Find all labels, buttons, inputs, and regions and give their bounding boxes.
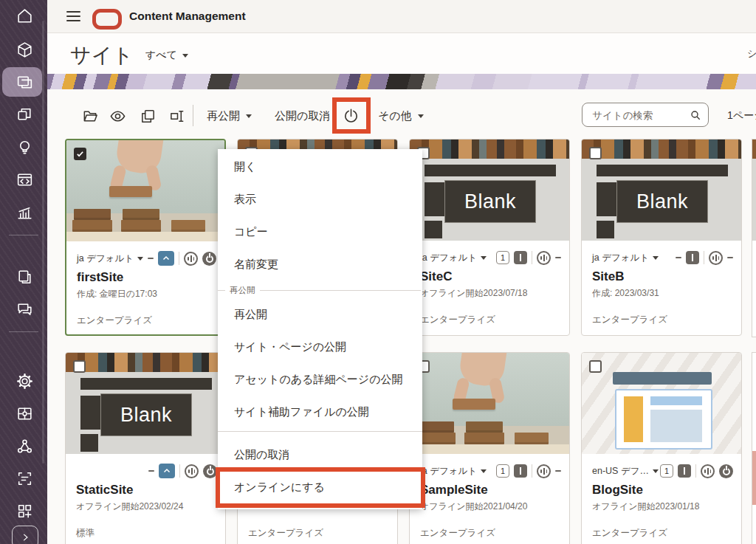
site-card-StaticSite[interactable]: Blank StaticSite オフライン開始2023/02/24 標準	[65, 352, 226, 544]
partial-card[interactable]	[752, 139, 756, 337]
icon-divider	[532, 251, 532, 264]
sites-icon	[16, 73, 34, 92]
language-dropdown[interactable]: ja デフォルト	[592, 252, 659, 264]
preview-button[interactable]	[109, 107, 126, 125]
language-dropdown[interactable]: ja デフォルト	[420, 252, 487, 264]
site-type: エンタープライズ	[77, 314, 152, 327]
card-checkbox[interactable]	[589, 360, 602, 373]
menu-divider	[218, 431, 422, 432]
update-status-icon	[678, 464, 691, 478]
icon-divider	[532, 464, 532, 478]
menu-item-republish[interactable]: 再公開	[218, 298, 422, 331]
sidebar-item-recommendations[interactable]	[15, 137, 34, 156]
updates-count-badge[interactable]: 1	[660, 464, 673, 478]
chat-bubbles-icon	[16, 300, 34, 319]
menu-item-publish-detail-pages[interactable]: アセットのある詳細ページの公開	[218, 363, 422, 396]
menu-item-copy[interactable]: コピー	[218, 216, 422, 248]
search-input[interactable]	[591, 104, 686, 127]
language-dropdown[interactable]: en-US デフ…	[592, 465, 659, 478]
dash-icon	[148, 258, 154, 259]
site-card-firstSite[interactable]: ja デフォルト firstSite 作成: 金曜日の17:03 エンタープライ…	[65, 139, 226, 336]
power-icon	[343, 107, 360, 124]
site-card-BlogSite[interactable]: en-US デフ… 1 BlogSite オフライン開始2023/01/18 エ…	[581, 352, 742, 544]
unpublish-button[interactable]: 公開の取消	[275, 109, 330, 123]
menu-item-rename[interactable]: 名前変更	[218, 248, 422, 280]
sidebar-item-graph[interactable]	[15, 436, 34, 455]
chevron-up-icon	[162, 466, 171, 475]
site-subtitle: オフライン開始2021/04/20	[420, 500, 527, 513]
card-checkbox[interactable]	[589, 147, 602, 159]
search-icon[interactable]	[690, 109, 701, 121]
online-status-icon	[202, 252, 216, 266]
sidebar-item-assets[interactable]	[15, 40, 34, 59]
sidebar-item-hierarchies[interactable]	[15, 105, 34, 124]
collapse-details-button[interactable]	[158, 251, 174, 266]
hamburger-menu-icon[interactable]	[66, 11, 80, 21]
sidebar-divider	[9, 235, 38, 235]
sidebar-scrollbar[interactable]	[42, 21, 44, 464]
chevron-up-icon	[162, 254, 171, 263]
updates-count-badge[interactable]: 1	[496, 464, 509, 478]
menu-item-open[interactable]: 開く	[218, 151, 422, 183]
site-name: SiteC	[420, 269, 452, 284]
card-checkbox[interactable]	[73, 360, 86, 373]
site-thumbnail	[66, 140, 224, 241]
chevron-down-icon	[653, 469, 659, 473]
copy-button[interactable]	[139, 107, 157, 125]
filter-label: すべて	[145, 49, 177, 62]
language-dropdown[interactable]: ja デフォルト	[420, 465, 487, 478]
org-chart-icon	[16, 437, 34, 455]
bring-online-button[interactable]	[342, 106, 360, 124]
online-status-icon	[719, 464, 733, 478]
site-type: エンタープライズ	[248, 527, 323, 540]
sidebar-item-apps[interactable]	[15, 501, 34, 520]
gear-icon	[16, 372, 34, 390]
menu-item-publish-site-files[interactable]: サイト補助ファイルの公開	[218, 396, 422, 428]
sidebar-item-home[interactable]	[15, 6, 34, 25]
filter-dropdown[interactable]: すべて	[145, 49, 188, 62]
sidebar-item-documents[interactable]	[15, 267, 34, 286]
code-window-icon	[16, 171, 34, 189]
capture-icon	[16, 469, 34, 488]
updates-count-badge[interactable]: 1	[496, 251, 509, 264]
rename-button[interactable]	[168, 107, 186, 125]
card-checkbox-checked[interactable]	[74, 148, 86, 160]
more-dropdown[interactable]: その他	[378, 109, 424, 123]
menu-section-republish: 再公開	[218, 283, 422, 297]
sidebar-item-settings[interactable]	[15, 371, 34, 390]
sidebar-item-capture[interactable]	[15, 469, 34, 488]
icon-divider	[704, 251, 704, 264]
republish-label: 再公開	[207, 109, 240, 123]
language-dropdown[interactable]: ja デフォルト	[77, 252, 143, 265]
collapse-details-button[interactable]	[159, 464, 175, 478]
menu-item-bring-online[interactable]: オンラインにする	[218, 471, 422, 503]
menu-item-view[interactable]: 表示	[218, 183, 422, 216]
toolbar-divider	[193, 105, 193, 126]
menu-item-unpublish[interactable]: 公開の取消	[218, 438, 422, 471]
republish-dropdown[interactable]: 再公開	[207, 109, 252, 123]
sidebar-item-integrations[interactable]	[15, 404, 34, 423]
check-icon	[76, 150, 84, 158]
sidebar	[0, 0, 47, 544]
site-subtitle: オフライン開始2023/01/18	[592, 500, 699, 513]
more-label: その他	[378, 109, 412, 123]
partial-card[interactable]	[752, 352, 756, 544]
site-subtitle: 作成: 金曜日の17:03	[77, 288, 157, 300]
site-card-SiteC[interactable]: Blank ja デフォルト 1 SiteC オフライン開始2023/07/18…	[409, 139, 570, 336]
chevron-down-icon	[246, 114, 252, 118]
dash-icon	[676, 257, 681, 258]
cube-icon	[16, 41, 34, 59]
sidebar-item-analytics[interactable]	[15, 202, 34, 221]
sidebar-item-conversations[interactable]	[15, 300, 34, 319]
site-card-SiteB[interactable]: Blank ja デフォルト SiteB 作成: 2023/03/31 エンター…	[581, 139, 742, 336]
unpublish-label: 公開の取消	[275, 109, 330, 123]
open-button[interactable]	[81, 107, 99, 125]
site-card-SampleSite[interactable]: ja デフォルト 1 SampleSite オフライン開始2021/04/20 …	[409, 352, 570, 544]
menu-item-publish-site-pages[interactable]: サイト・ページの公開	[218, 331, 422, 363]
sidebar-item-sites[interactable]	[15, 72, 34, 92]
site-thumbnail: Blank	[66, 353, 225, 454]
published-status-icon	[537, 464, 551, 478]
sidebar-item-developer[interactable]	[15, 170, 34, 189]
sidebar-expand-button[interactable]	[12, 526, 38, 544]
published-status-icon	[537, 251, 551, 265]
